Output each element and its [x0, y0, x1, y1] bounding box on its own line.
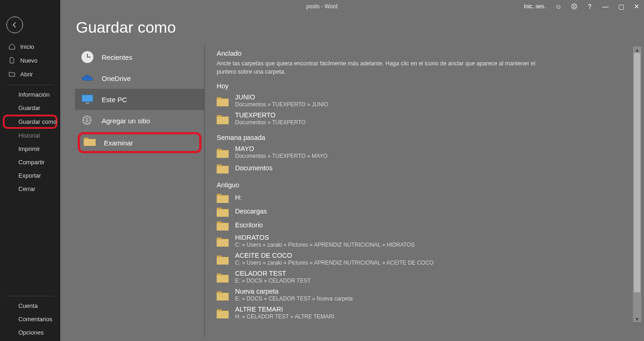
folder-icon: [217, 272, 229, 282]
maximize-icon[interactable]: ▢: [616, 2, 626, 11]
folder-row[interactable]: ACEITE DE COCOC: » Users » zaraki » Pict…: [217, 250, 638, 268]
folder-name: ACEITE DE COCO: [235, 252, 434, 259]
folder-name: MAYO: [235, 145, 328, 152]
place-onedrive[interactable]: OneDrive: [75, 68, 204, 89]
folder-name: Escritorio: [235, 221, 263, 229]
folder-icon: [217, 163, 229, 173]
folder-path: Documentos » TUEXPERTO » JUNIO: [235, 101, 328, 108]
nav-cerrar[interactable]: Cerrar: [0, 182, 60, 196]
nav-inicio[interactable]: Inicio: [0, 40, 60, 53]
nav-compartir[interactable]: Compartir: [0, 156, 60, 169]
place-agregar-sitio[interactable]: Agregar un sitio: [75, 110, 204, 131]
folder-path: Documentos » TUEXPERTO » MAYO: [235, 153, 328, 159]
folder-row[interactable]: TUEXPERTODocumentos » TUEXPERTO: [217, 110, 638, 127]
folder-icon: [217, 192, 229, 202]
place-este-pc[interactable]: Este PC: [75, 89, 204, 110]
folder-icon: [217, 206, 229, 216]
folder-path: E: » DOCS » CELADOR TEST: [235, 277, 311, 284]
pinned-hint: Ancle las carpetas que quiera encontrar …: [217, 59, 539, 76]
new-doc-icon: [8, 57, 16, 64]
folder-icon: [217, 114, 229, 124]
folder-row[interactable]: Escritorio: [217, 218, 638, 232]
folder-path: Documentos » TUEXPERTO: [235, 119, 305, 126]
section-label: Hoy: [217, 82, 638, 90]
back-button[interactable]: [6, 17, 23, 33]
svg-rect-1: [86, 102, 89, 104]
folder-row[interactable]: ALTRE TEMARIH: » CELADOR TEST » ALTRE TE…: [217, 304, 638, 322]
place-examinar[interactable]: Examinar: [78, 132, 201, 153]
place-recientes[interactable]: Recientes: [75, 46, 204, 68]
folder-row[interactable]: Documentos: [217, 161, 638, 175]
scroll-thumb[interactable]: [634, 53, 640, 292]
nav-opciones[interactable]: Opciones: [0, 326, 60, 339]
folder-row[interactable]: H:: [217, 191, 638, 204]
scrollbar[interactable]: ▲ ▼: [633, 46, 641, 322]
folder-name: H:: [235, 194, 242, 201]
folder-icon: [217, 96, 229, 106]
nav-guardar-como[interactable]: Guardar como: [3, 115, 58, 129]
scroll-up-arrow[interactable]: ▲: [633, 46, 641, 53]
folder-row[interactable]: JUNIODocumentos » TUEXPERTO » JUNIO: [217, 92, 638, 110]
folder-path: E: » DOCS » CELADOR TEST » Nueva carpeta: [235, 295, 353, 302]
folder-name: HIDRATOS: [235, 234, 415, 241]
clock-icon: [81, 51, 93, 63]
nav-comentarios[interactable]: Comentarios: [0, 312, 60, 326]
folder-row[interactable]: HIDRATOSC: » Users » zaraki » Pictures »…: [217, 232, 638, 250]
monitor-icon: [81, 93, 93, 105]
svg-rect-0: [82, 95, 93, 102]
face-frown-icon[interactable]: ☹: [569, 2, 579, 11]
titlebar: posts - Word Inic. ses. ☺ ☹ ? — ▢ ✕: [0, 0, 644, 13]
folder-name: Nueva carpeta: [235, 288, 353, 295]
nav-label: Abrir: [20, 71, 33, 78]
open-folder-icon: [8, 70, 16, 78]
folder-name: Descargas: [235, 208, 267, 215]
globe-plus-icon: [81, 115, 93, 127]
folder-icon: [84, 137, 96, 149]
nav-guardar[interactable]: Guardar: [0, 101, 60, 115]
folder-row[interactable]: MAYODocumentos » TUEXPERTO » MAYO: [217, 143, 638, 161]
folder-icon: [217, 220, 229, 230]
cloud-icon: [81, 72, 93, 84]
main-area: Guardar como Recientes OneDrive Este PC: [60, 13, 644, 341]
close-icon[interactable]: ✕: [632, 2, 641, 11]
sign-in-link[interactable]: Inic. ses.: [524, 3, 546, 10]
nav-separator: [6, 296, 54, 296]
folder-name: Documentos: [235, 164, 272, 172]
page-title: Guardar como: [60, 13, 644, 45]
section-label: Semana pasada: [217, 134, 638, 141]
section-label: Antiguo: [217, 181, 638, 189]
nav-historial[interactable]: Historial: [0, 129, 60, 142]
backstage-sidebar: Inicio Nuevo Abrir Información Guardar G…: [0, 0, 60, 341]
nav-separator: [6, 85, 54, 85]
folder-row[interactable]: Nueva carpetaE: » DOCS » CELADOR TEST » …: [217, 286, 638, 304]
face-smile-icon[interactable]: ☺: [554, 2, 563, 11]
nav-abrir[interactable]: Abrir: [0, 67, 60, 81]
folder-icon: [217, 290, 229, 300]
folder-list-panel: Anclado Ancle las carpetas que quiera en…: [205, 45, 644, 338]
folder-name: JUNIO: [235, 93, 328, 101]
nav-nuevo[interactable]: Nuevo: [0, 53, 60, 67]
pinned-heading: Anclado: [217, 49, 638, 57]
nav-cuenta[interactable]: Cuenta: [0, 299, 60, 312]
places-column: Recientes OneDrive Este PC Agregar un si…: [75, 45, 205, 338]
folder-icon: [217, 147, 229, 157]
scroll-down-arrow[interactable]: ▼: [633, 316, 641, 322]
folder-path: C: » Users » zaraki » Pictures » APRENDI…: [235, 260, 434, 266]
folder-icon: [217, 236, 229, 246]
help-icon[interactable]: ?: [585, 2, 594, 11]
home-icon: [8, 43, 16, 50]
minimize-icon[interactable]: —: [601, 2, 610, 11]
nav-label: Inicio: [20, 43, 34, 50]
folder-name: CELADOR TEST: [235, 270, 311, 277]
folder-path: H: » CELADOR TEST » ALTRE TEMARI: [235, 313, 334, 320]
nav-exportar[interactable]: Exportar: [0, 169, 60, 182]
nav-informacion[interactable]: Información: [0, 88, 60, 101]
folder-name: TUEXPERTO: [235, 111, 305, 119]
folder-row[interactable]: Descargas: [217, 204, 638, 218]
folder-icon: [217, 308, 229, 318]
folder-name: ALTRE TEMARI: [235, 306, 334, 313]
folder-icon: [217, 254, 229, 264]
folder-path: C: » Users » zaraki » Pictures » APRENDI…: [235, 242, 415, 248]
folder-row[interactable]: CELADOR TESTE: » DOCS » CELADOR TEST: [217, 268, 638, 286]
nav-imprimir[interactable]: Imprimir: [0, 142, 60, 156]
